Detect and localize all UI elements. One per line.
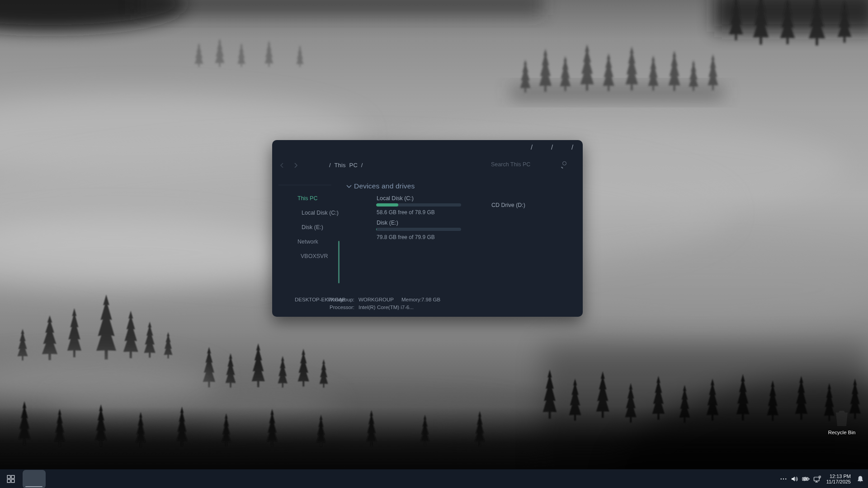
memory-label: Memory: bbox=[401, 297, 422, 303]
drive-usage-fill bbox=[376, 203, 398, 206]
section-header-label: Devices and drives bbox=[354, 182, 415, 190]
search-box bbox=[491, 160, 567, 171]
forward-button[interactable] bbox=[292, 161, 300, 169]
notification-center-button[interactable] bbox=[856, 475, 864, 483]
drive-usage-bar bbox=[376, 203, 461, 206]
file-explorer-window: / / / / This PC / This PC Local Disk (C:… bbox=[272, 140, 583, 317]
window-controls: / / / bbox=[528, 142, 576, 152]
drive-free-space: 58.6 GB free of 78.9 GB bbox=[377, 209, 435, 216]
windows-grid-icon bbox=[7, 475, 15, 483]
section-header-devices-and-drives[interactable]: Devices and drives bbox=[346, 182, 415, 190]
drive-name: CD Drive (D:) bbox=[491, 202, 525, 208]
system-tray: 12:13 PM 11/17/2025 bbox=[779, 469, 864, 488]
chevron-right-icon bbox=[294, 162, 298, 169]
sidebar-scrollbar[interactable] bbox=[338, 241, 340, 283]
taskbar: 12:13 PM 11/17/2025 bbox=[0, 469, 868, 488]
drive-name: Disk (E:) bbox=[377, 220, 398, 226]
recycle-bin-icon bbox=[834, 409, 849, 427]
recycle-bin-label: Recycle Bin bbox=[821, 430, 862, 435]
memory-value: 7.98 GB bbox=[421, 297, 440, 303]
active-app-indicator bbox=[25, 486, 42, 487]
battery-charging-icon bbox=[802, 475, 810, 483]
taskbar-clock[interactable]: 12:13 PM 11/17/2025 bbox=[826, 474, 851, 484]
sidebar-item-disk-e[interactable]: Disk (E:) bbox=[302, 222, 323, 233]
taskbar-file-explorer-button[interactable] bbox=[23, 470, 46, 488]
sidebar-item-local-disk-c[interactable]: Local Disk (C:) bbox=[302, 207, 339, 218]
search-input[interactable] bbox=[491, 161, 559, 168]
network-button[interactable] bbox=[813, 475, 821, 483]
maximize-button[interactable]: / bbox=[549, 142, 555, 152]
clock-date: 11/17/2025 bbox=[826, 479, 851, 484]
close-button[interactable]: / bbox=[569, 142, 576, 152]
drive-usage-bar bbox=[376, 228, 461, 231]
back-button[interactable] bbox=[278, 161, 286, 169]
status-bar: DESKTOP-EK7KGAB Workgroup: WORKGROUP Mem… bbox=[272, 294, 583, 314]
workgroup-value: WORKGROUP bbox=[359, 297, 394, 303]
hidden-icons-overflow-button[interactable] bbox=[779, 475, 788, 483]
start-button[interactable] bbox=[0, 469, 22, 488]
minimize-button[interactable]: / bbox=[528, 142, 535, 152]
overflow-dots-icon bbox=[780, 475, 787, 483]
network-display-icon bbox=[813, 475, 821, 483]
sidebar-item-vboxsvr[interactable]: VBOXSVR bbox=[301, 251, 328, 262]
workgroup-label: Workgroup: bbox=[314, 297, 354, 303]
bell-icon bbox=[857, 475, 864, 483]
chevron-down-icon bbox=[346, 184, 352, 188]
processor-label: Processor: bbox=[314, 305, 354, 310]
recycle-bin[interactable]: Recycle Bin bbox=[821, 409, 862, 445]
sidebar-item-network[interactable]: Network bbox=[297, 236, 318, 247]
clock-time: 12:13 PM bbox=[826, 474, 851, 479]
search-icon[interactable] bbox=[561, 161, 567, 168]
speaker-icon bbox=[791, 475, 798, 483]
battery-button[interactable] bbox=[802, 475, 810, 483]
chevron-left-icon bbox=[279, 162, 284, 169]
sidebar-item-this-pc[interactable]: This PC bbox=[297, 193, 317, 204]
drive-free-space: 79.8 GB free of 79.9 GB bbox=[377, 234, 435, 240]
sidebar-divider bbox=[278, 185, 331, 185]
processor-value: Intel(R) Core(TM) i7-6... bbox=[359, 305, 414, 310]
breadcrumb[interactable]: / This PC / bbox=[329, 162, 363, 169]
volume-button[interactable] bbox=[791, 475, 799, 483]
drive-name: Local Disk (C:) bbox=[377, 195, 414, 202]
